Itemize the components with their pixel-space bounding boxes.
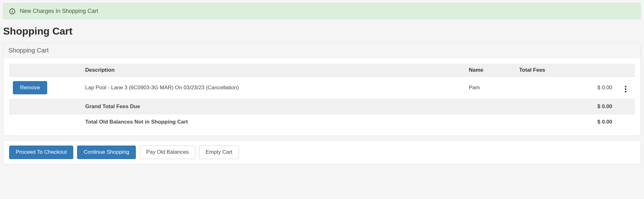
table-row: Remove Lap Pool - Lane 3 (6C0903-3G MAR)… — [9, 77, 635, 99]
action-bar: Proceed To Checkout Continue Shopping Pa… — [3, 141, 641, 164]
cart-table: Description Name Total Fees Remove Lap P… — [9, 64, 635, 130]
page-title: Shopping Cart — [3, 25, 641, 37]
header-action — [9, 64, 81, 77]
row-fees-spacer — [515, 77, 578, 99]
grand-total-row: Grand Total Fees Due $ 0.00 — [9, 99, 635, 114]
header-menu — [616, 64, 635, 77]
continue-shopping-button[interactable]: Continue Shopping — [77, 146, 136, 159]
old-balance-row: Total Old Balances Not in Shopping Cart … — [9, 114, 635, 130]
info-alert: New Charges In Shopping Cart — [3, 3, 641, 19]
alert-message: New Charges In Shopping Cart — [20, 8, 98, 14]
header-description: Description — [81, 64, 465, 77]
old-balance-amount: $ 0.00 — [578, 114, 616, 130]
row-name: Pam — [465, 77, 515, 99]
kebab-icon[interactable] — [622, 85, 629, 93]
info-icon — [9, 8, 15, 14]
header-total-fees: Total Fees — [515, 64, 578, 77]
panel-body: Description Name Total Fees Remove Lap P… — [3, 58, 641, 135]
proceed-to-checkout-button[interactable]: Proceed To Checkout — [9, 146, 73, 159]
remove-button[interactable]: Remove — [13, 81, 47, 94]
empty-cart-button[interactable]: Empty Cart — [199, 146, 239, 159]
actions-panel: Proceed To Checkout Continue Shopping Pa… — [3, 140, 641, 164]
panel-header: Shopping Cart — [3, 43, 641, 58]
pay-old-balances-button[interactable]: Pay Old Balances — [140, 146, 195, 159]
svg-point-2 — [12, 9, 13, 10]
cart-panel: Shopping Cart Description Name Total Fee… — [3, 43, 641, 136]
row-description: Lap Pool - Lane 3 (6C0903-3G MAR) On 03/… — [81, 77, 465, 99]
header-amount — [578, 64, 616, 77]
grand-total-label: Grand Total Fees Due — [81, 99, 578, 114]
header-name: Name — [465, 64, 515, 77]
grand-total-amount: $ 0.00 — [578, 99, 616, 114]
row-amount: $ 0.00 — [578, 77, 616, 99]
old-balance-label: Total Old Balances Not in Shopping Cart — [81, 114, 578, 130]
